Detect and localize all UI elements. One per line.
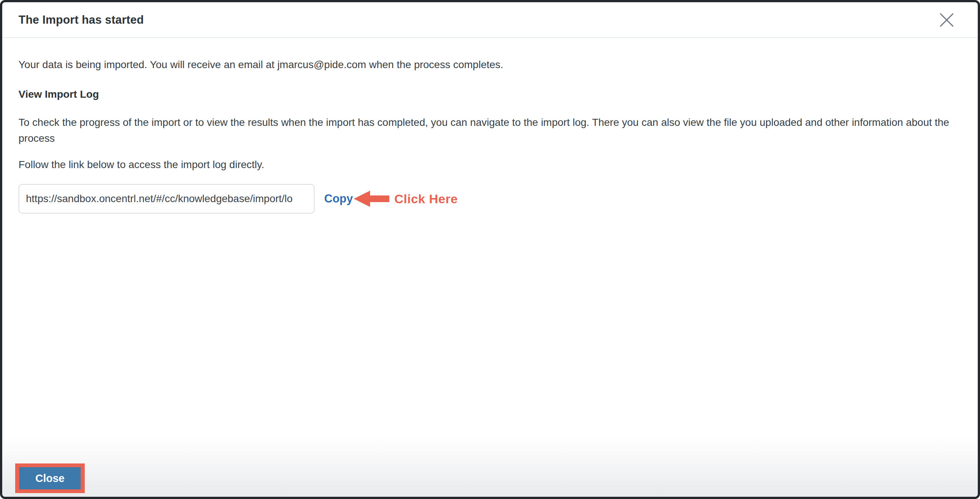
copy-link[interactable]: Copy — [324, 192, 353, 206]
modal-title: The Import has started — [19, 13, 144, 27]
follow-link-instruction: Follow the link below to access the impo… — [19, 158, 961, 171]
import-log-url-row: Copy Click Here — [19, 184, 961, 214]
modal-header: The Import has started — [2, 2, 978, 38]
import-log-url-input[interactable] — [19, 184, 315, 214]
import-status-text: Your data is being imported. You will re… — [19, 58, 961, 72]
click-here-annotation: Click Here — [395, 192, 458, 206]
import-started-modal: The Import has started Your data is bein… — [0, 0, 980, 499]
close-button-highlight: Close — [15, 464, 85, 493]
modal-body: Your data is being imported. You will re… — [2, 38, 978, 214]
close-button[interactable]: Close — [19, 467, 81, 489]
click-here-arrow-icon — [354, 190, 391, 207]
footer-gradient — [2, 438, 978, 497]
close-icon[interactable] — [937, 10, 956, 30]
import-log-description: To check the progress of the import or t… — [19, 115, 961, 146]
view-import-log-heading: View Import Log — [19, 88, 961, 100]
